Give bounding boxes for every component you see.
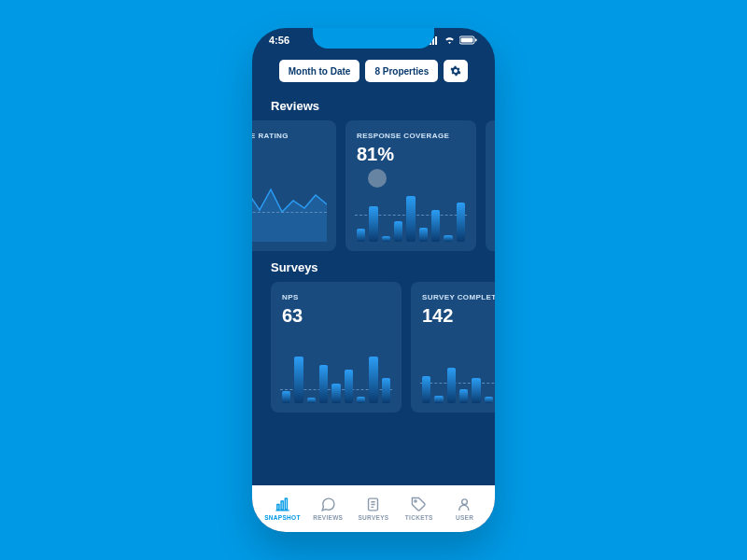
card-value: 63 bbox=[282, 305, 390, 327]
tab-surveys[interactable]: SURVEYS bbox=[351, 497, 397, 521]
card-label: SURVEY COMPLETED bbox=[422, 293, 495, 301]
gear-icon bbox=[450, 65, 461, 77]
user-icon bbox=[457, 497, 472, 512]
section-title-surveys: Surveys bbox=[252, 251, 495, 282]
reviews-cards[interactable]: AVERAGE RATING 4.5 RESPONSE COVERAGE 81% bbox=[252, 120, 495, 251]
svg-point-16 bbox=[415, 500, 416, 502]
section-title-reviews: Reviews bbox=[252, 90, 495, 120]
tab-bar: SNAPSHOT REVIEWS SURVEYS TICKETS USER bbox=[252, 485, 495, 532]
svg-rect-10 bbox=[285, 498, 287, 510]
svg-rect-5 bbox=[461, 38, 473, 43]
tag-icon bbox=[411, 497, 427, 512]
card-value: 4.5 bbox=[252, 144, 325, 165]
card-average-rating[interactable]: AVERAGE RATING 4.5 bbox=[252, 120, 336, 251]
card-response-coverage[interactable]: RESPONSE COVERAGE 81% bbox=[345, 120, 476, 251]
tab-snapshot[interactable]: SNAPSHOT bbox=[260, 497, 305, 521]
card-label: NPS bbox=[282, 293, 390, 301]
card-nps[interactable]: NPS 63 bbox=[271, 282, 402, 413]
svg-rect-3 bbox=[435, 36, 437, 45]
card-label: RESPONSE COVERAGE bbox=[357, 132, 465, 140]
svg-rect-8 bbox=[277, 505, 279, 511]
card-label: AVERAGE RATING bbox=[252, 132, 325, 140]
baseline bbox=[252, 212, 327, 213]
battery-icon bbox=[459, 35, 478, 45]
main-content: Reviews AVERAGE RATING 4.5 RESPONSE COVE… bbox=[252, 90, 495, 485]
tab-label: SURVEYS bbox=[358, 514, 388, 521]
tab-user[interactable]: USER bbox=[442, 497, 487, 521]
svg-point-17 bbox=[462, 499, 468, 505]
tab-label: REVIEWS bbox=[313, 514, 343, 521]
filter-date-range[interactable]: Month to Date bbox=[279, 60, 360, 82]
clipboard-icon bbox=[365, 497, 381, 512]
phone-frame: 4:56 Month to Date 8 Properties Reviews … bbox=[252, 28, 495, 532]
card-value: 81% bbox=[357, 144, 465, 165]
area-chart bbox=[252, 176, 327, 242]
tab-label: USER bbox=[456, 514, 473, 521]
surveys-cards[interactable]: NPS 63 SURVEY COMPLETED 142 bbox=[261, 282, 495, 413]
chart-bar-icon bbox=[275, 497, 290, 512]
wifi-icon bbox=[444, 35, 456, 45]
bar-chart bbox=[355, 176, 467, 242]
status-time: 4:56 bbox=[269, 35, 289, 46]
tab-reviews[interactable]: REVIEWS bbox=[305, 497, 351, 521]
filter-properties[interactable]: 8 Properties bbox=[365, 60, 438, 82]
card-value: 142 bbox=[422, 305, 495, 327]
status-indicators bbox=[427, 35, 478, 45]
bar-chart bbox=[280, 338, 392, 403]
tab-label: TICKETS bbox=[405, 514, 433, 521]
settings-button[interactable] bbox=[444, 60, 468, 82]
svg-rect-6 bbox=[475, 39, 477, 42]
bar-chart bbox=[420, 338, 495, 403]
card-peek[interactable] bbox=[486, 120, 495, 251]
speech-bubble-icon bbox=[320, 497, 336, 512]
card-survey-completed[interactable]: SURVEY COMPLETED 142 bbox=[411, 282, 495, 413]
tab-tickets[interactable]: TICKETS bbox=[396, 497, 442, 521]
device-notch bbox=[313, 28, 434, 49]
svg-marker-7 bbox=[252, 189, 327, 242]
filter-bar: Month to Date 8 Properties bbox=[252, 56, 495, 86]
tab-label: SNAPSHOT bbox=[264, 514, 301, 521]
svg-rect-9 bbox=[281, 501, 283, 510]
